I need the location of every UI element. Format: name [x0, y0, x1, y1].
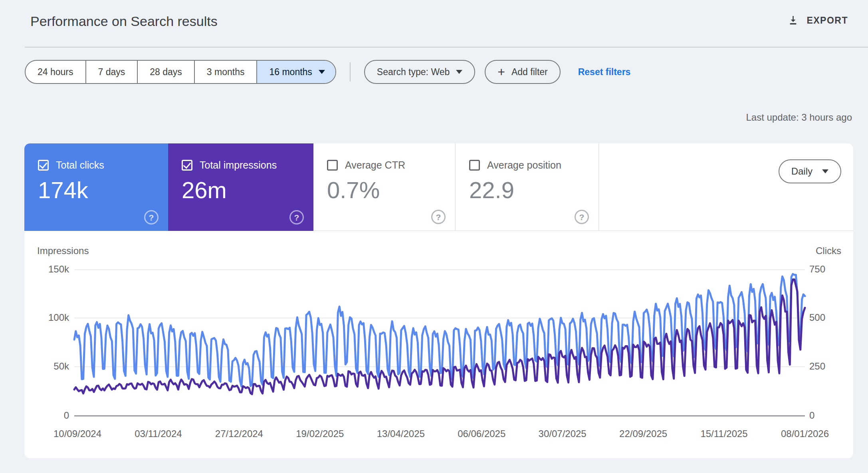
date-range-3-months[interactable]: 3 months [195, 61, 258, 83]
metric-card-average-ctr[interactable]: Average CTR 0.7% ? [313, 143, 456, 231]
export-label: EXPORT [807, 15, 848, 26]
left-axis-tick-label: 100k [24, 312, 69, 323]
metric-label: Average position [487, 159, 561, 171]
x-axis-date-label: 06/06/2025 [446, 428, 517, 439]
search-type-label: Search type: Web [377, 67, 450, 78]
metric-value: 26m [182, 177, 313, 203]
x-axis-date-label: 19/02/2025 [284, 428, 356, 439]
checkbox-icon-unchecked[interactable] [469, 160, 480, 171]
x-axis-date-label: 27/12/2024 [203, 428, 275, 439]
metric-cards-row: Total clicks 174k ? Total impressions 26… [24, 143, 853, 231]
date-range-7-days[interactable]: 7 days [86, 61, 138, 83]
granularity-label: Daily [791, 166, 813, 177]
date-range-16-months-selected[interactable]: 16 months [257, 61, 335, 83]
metric-value: 0.7% [327, 177, 455, 203]
x-axis-date-label: 10/09/2024 [42, 428, 113, 439]
reset-filters-link[interactable]: Reset filters [578, 67, 631, 78]
performance-chart: Impressions Clicks 150k100k50k0750500250… [24, 231, 853, 458]
metric-label: Total clicks [56, 159, 104, 171]
right-axis-tick-label: 500 [809, 312, 825, 323]
date-range-24-hours[interactable]: 24 hours [26, 61, 86, 83]
metric-row-filler: Daily [599, 143, 853, 231]
granularity-dropdown[interactable]: Daily [779, 159, 841, 183]
search-type-dropdown[interactable]: Search type: Web [364, 60, 475, 84]
right-axis-tick-label: 250 [809, 361, 825, 372]
x-axis-date-label: 22/09/2025 [607, 428, 679, 439]
metric-value: 22.9 [469, 177, 598, 203]
metric-value: 174k [38, 177, 168, 203]
add-filter-button[interactable]: + Add filter [485, 60, 560, 84]
help-circle-icon[interactable]: ? [289, 210, 304, 225]
performance-panel: Total clicks 174k ? Total impressions 26… [24, 143, 853, 458]
page-title: Performance on Search results [30, 14, 218, 29]
caret-down-icon [822, 169, 828, 173]
metric-card-average-position[interactable]: Average position 22.9 ? [456, 143, 599, 231]
date-range-16-months-label: 16 months [269, 67, 312, 78]
filter-bar: 24 hours 7 days 28 days 3 months 16 mont… [25, 60, 630, 84]
x-axis-date-label: 03/11/2024 [122, 428, 194, 439]
filter-divider [350, 62, 351, 81]
export-button[interactable]: EXPORT [787, 14, 848, 27]
help-circle-icon[interactable]: ? [144, 210, 159, 225]
left-axis-tick-label: 150k [24, 264, 69, 275]
x-axis-date-label: 30/07/2025 [527, 428, 598, 439]
date-range-28-days[interactable]: 28 days [138, 61, 195, 83]
checkbox-icon-unchecked[interactable] [327, 160, 338, 171]
metric-label: Total impressions [200, 159, 277, 171]
left-axis-tick-label: 0 [24, 410, 69, 421]
x-axis-date-label: 13/04/2025 [365, 428, 437, 439]
metric-card-total-impressions[interactable]: Total impressions 26m ? [168, 143, 313, 231]
metric-label: Average CTR [345, 159, 405, 171]
right-axis-tick-label: 750 [809, 264, 825, 275]
plus-icon: + [497, 66, 505, 78]
metric-card-total-clicks[interactable]: Total clicks 174k ? [24, 143, 168, 231]
checkbox-icon-checked[interactable] [38, 160, 49, 171]
date-range-segmented-control: 24 hours 7 days 28 days 3 months 16 mont… [25, 60, 336, 84]
help-circle-icon[interactable]: ? [431, 210, 446, 224]
last-update-text: Last update: 3 hours ago [746, 112, 852, 123]
add-filter-label: Add filter [511, 67, 548, 78]
caret-down-icon [456, 70, 462, 74]
header-divider [25, 47, 868, 48]
caret-down-icon [319, 70, 325, 74]
x-axis-date-label: 08/01/2026 [769, 428, 841, 439]
chart-canvas [24, 231, 853, 458]
x-axis-date-label: 15/11/2025 [688, 428, 760, 439]
download-icon [787, 14, 799, 27]
left-axis-tick-label: 50k [24, 361, 69, 372]
checkbox-icon-checked[interactable] [182, 160, 192, 171]
right-axis-tick-label: 0 [809, 410, 814, 421]
help-circle-icon[interactable]: ? [575, 210, 589, 224]
